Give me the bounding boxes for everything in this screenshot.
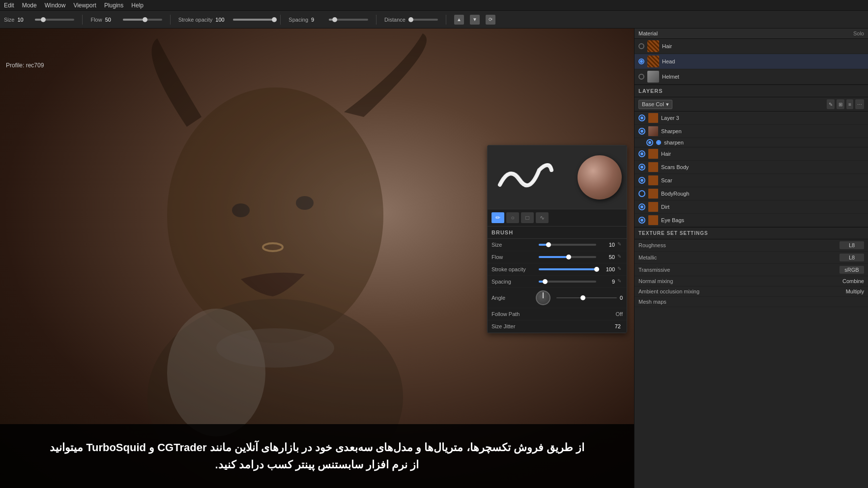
- menu-help[interactable]: Help: [131, 2, 144, 9]
- brush-flow-edit[interactable]: ✎: [616, 254, 623, 260]
- brush-stroke-preview: [492, 153, 556, 202]
- brush-stroke-opacity-label: Stroke opacity: [492, 266, 536, 272]
- brush-preview-area: [488, 145, 627, 209]
- brush-angle-knob[interactable]: [536, 290, 550, 305]
- layer-eye-layer3[interactable]: [638, 115, 645, 121]
- brush-stroke-opacity-slider[interactable]: [539, 268, 596, 270]
- brush-tab-square[interactable]: □: [521, 212, 534, 223]
- texture-item-hair[interactable]: Hair: [635, 39, 868, 54]
- layer-item-dirt[interactable]: Dirt: [635, 201, 868, 214]
- layers-title: LAYERS: [638, 88, 663, 94]
- transmissive-row: Transmissive sRGB: [635, 264, 868, 276]
- spacing-value: 9: [311, 17, 326, 23]
- toolbar-down-icon[interactable]: ▼: [470, 15, 480, 25]
- layer-item-layer3[interactable]: Layer 3: [635, 112, 868, 125]
- bottom-text: از طریق فروش تکسچرها، متریال‌ها و مدل‌ها…: [50, 439, 584, 473]
- toolbar: Size 10 Flow 50 Stroke opacity 100 Spaci…: [0, 11, 868, 29]
- layer-eye-scarsbody[interactable]: [638, 164, 645, 171]
- layer-blend-label: Base Col: [642, 101, 664, 107]
- layer-folder-btn[interactable]: ⊞: [837, 99, 844, 109]
- brush-angle-row: Angle 0: [488, 288, 627, 308]
- transmissive-value: sRGB: [839, 266, 864, 274]
- brush-tab-wave[interactable]: ∿: [536, 212, 549, 223]
- mesh-maps-label: Mesh maps: [638, 299, 864, 305]
- brush-stroke-opacity-edit[interactable]: ✎: [616, 266, 623, 273]
- menu-window[interactable]: Window: [45, 2, 66, 9]
- layer-more-btn[interactable]: ⋯: [855, 99, 864, 109]
- layer-eye-scar[interactable]: [638, 177, 645, 184]
- texture-settings-title: TEXTURE SET SETTINGS: [635, 228, 868, 239]
- menu-mode[interactable]: Mode: [22, 2, 37, 9]
- menu-plugins[interactable]: Plugins: [104, 2, 123, 9]
- flow-label: Flow: [90, 17, 102, 23]
- brush-size-label: Size: [492, 242, 536, 248]
- layer-item-bodyrough[interactable]: BodyRough: [635, 187, 868, 201]
- divider-3: [280, 15, 281, 25]
- layer-thumb-scar: [648, 175, 658, 185]
- toolbar-refresh-icon[interactable]: ⟳: [486, 15, 495, 25]
- spacing-slider[interactable]: [329, 19, 368, 21]
- size-label: Size: [4, 17, 14, 23]
- brush-flow-value: 50: [599, 254, 615, 260]
- brush-size-slider[interactable]: [539, 244, 596, 246]
- flow-group: Flow 50: [90, 17, 162, 23]
- layer-eye-sharpen-sub[interactable]: [646, 139, 653, 146]
- size-slider[interactable]: [35, 19, 74, 21]
- tex-radio-head: [638, 58, 644, 64]
- brush-flow-slider[interactable]: [539, 256, 596, 258]
- layer-subitem-sharpen[interactable]: sharpen: [635, 138, 868, 147]
- brush-section-title: BRUSH: [488, 227, 627, 239]
- svg-point-3: [216, 328, 334, 368]
- brush-spacing-edit[interactable]: ✎: [616, 278, 623, 285]
- material-row: Material Solo: [635, 29, 868, 39]
- brush-spacing-slider[interactable]: [539, 281, 596, 283]
- spacing-label: Spacing: [289, 17, 308, 23]
- distance-slider[interactable]: [408, 19, 438, 21]
- angle-slider-track[interactable]: [556, 297, 617, 298]
- divider-1: [82, 15, 83, 25]
- brush-size-edit[interactable]: ✎: [616, 241, 623, 248]
- stroke-opacity-slider[interactable]: [233, 19, 272, 21]
- layer-item-hair[interactable]: Hair: [635, 147, 868, 161]
- profile-text: Profile: rec709: [6, 62, 44, 69]
- layer-item-scar[interactable]: Scar: [635, 174, 868, 187]
- brush-tab-bar: ✏ ○ □ ∿: [488, 209, 627, 227]
- brush-stroke-opacity-value: 100: [599, 266, 615, 272]
- layer-eye-eyebags[interactable]: [638, 217, 645, 224]
- layer-name-bodyrough: BodyRough: [661, 191, 864, 197]
- brush-panel: ✏ ○ □ ∿ BRUSH Size 10 ✎ Flow 50 ✎ Stroke…: [487, 145, 627, 333]
- layer-name-layer3: Layer 3: [661, 115, 864, 121]
- brush-size-jitter-row: Size Jitter 72: [488, 320, 627, 333]
- stroke-opacity-value: 100: [215, 17, 230, 23]
- layer-item-sharpen[interactable]: Sharpen: [635, 125, 868, 138]
- brush-angle-value: 0: [620, 295, 623, 301]
- brush-tab-circle[interactable]: ○: [506, 212, 519, 223]
- layer-filter-btn[interactable]: ≡: [846, 99, 853, 109]
- toolbar-up-icon[interactable]: ▲: [454, 15, 464, 25]
- flow-slider[interactable]: [123, 19, 162, 21]
- layers-toolbar: Base Col ▾ ✎ ⊞ ≡ ⋯: [635, 97, 868, 112]
- ao-mixing-label: Ambient occlusion mixing: [638, 288, 846, 294]
- layer-item-scarsbody[interactable]: Scars Body: [635, 161, 868, 174]
- brush-flow-label: Flow: [492, 254, 536, 260]
- menu-edit[interactable]: Edit: [4, 2, 14, 9]
- material-label: Material: [638, 30, 658, 36]
- layer-eye-dirt[interactable]: [638, 203, 645, 210]
- menu-viewport[interactable]: Viewport: [73, 2, 96, 9]
- texture-item-helmet[interactable]: Helmet: [635, 69, 868, 85]
- stroke-opacity-group: Stroke opacity 100: [178, 17, 273, 23]
- layer-eye-sharpen[interactable]: [638, 128, 645, 135]
- brush-size-jitter-value: 72: [536, 323, 621, 330]
- layer-item-eyebags[interactable]: Eye Bags: [635, 214, 868, 227]
- bottom-line2: از نرم افزار سابستنس پینتر کسب درامد کنی…: [50, 456, 584, 473]
- layer-name-eyebags: Eye Bags: [661, 217, 864, 223]
- layer-eye-hair[interactable]: [638, 150, 645, 157]
- texture-item-head[interactable]: Head: [635, 54, 868, 69]
- brush-follow-path-row: Follow Path Off: [488, 308, 627, 320]
- layer-blend-dropdown[interactable]: Base Col ▾: [638, 100, 672, 109]
- layer-thumb-eyebags: [648, 215, 658, 225]
- layer-add-btn[interactable]: ✎: [827, 99, 835, 109]
- brush-tab-paint[interactable]: ✏: [492, 212, 504, 223]
- layer-eye-bodyrough[interactable]: [638, 190, 645, 197]
- svg-point-2: [167, 309, 265, 436]
